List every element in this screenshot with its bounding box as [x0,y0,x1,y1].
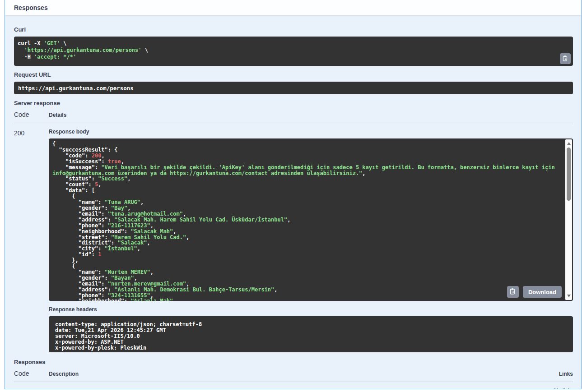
responses-table-row: 200 OK No links [14,382,573,389]
response-body-block: { "successResult": { "code": 200, "isSuc… [49,138,573,301]
server-response-row: 200 Response body { "successResult": { "… [14,123,573,359]
server-response-label: Server response [14,100,573,106]
curl-command-text: curl -X 'GET' \ 'https://api.gurkantuna.… [14,37,573,64]
response-body-actions: Download [507,286,562,298]
details-column-header: Details [49,112,573,118]
description-column-header: Description [49,371,514,377]
curl-command-block: curl -X 'GET' \ 'https://api.gurkantuna.… [14,37,573,66]
responses-section-header: Responses [5,0,581,15]
row-links: No links [514,387,573,389]
responses-table-header: Code Description Links [14,370,573,382]
response-body-scrollbar[interactable] [565,139,572,300]
clipboard-copy-icon [562,55,568,63]
responses-table-label: Responses [14,359,573,365]
copy-curl-button[interactable] [560,53,571,64]
response-headers-text: content-type: application/json; charset=… [49,316,573,352]
curl-label: Curl [14,26,573,33]
code-column-header: Code [14,370,49,377]
scrollbar-thumb[interactable] [567,148,571,201]
response-status-code: 200 [14,129,49,137]
request-url-value: https://api.gurkantuna.com/persons [18,85,134,92]
section-title: Responses [14,4,48,11]
clipboard-copy-icon [509,288,516,296]
scrollbar-down-arrow-icon[interactable] [567,295,571,297]
response-body-label: Response body [49,129,573,135]
response-headers-label: Response headers [49,306,573,313]
responses-content: Curl curl -X 'GET' \ 'https://api.gurkan… [5,15,581,389]
response-body-json: { "successResult": { "code": 200, "isSuc… [49,138,573,301]
download-button[interactable]: Download [523,286,562,298]
links-column-header: Links [514,371,573,377]
row-status-code: 200 [14,387,49,389]
row-description: OK [49,387,514,389]
copy-response-button[interactable] [507,286,519,298]
responses-panel: Responses Curl curl -X 'GET' \ 'https://… [5,0,582,389]
request-url-label: Request URL [14,71,573,78]
response-headers-block: content-type: application/json; charset=… [49,316,573,352]
code-column-header: Code [14,111,49,118]
scrollbar-up-arrow-icon[interactable] [567,142,571,145]
server-response-table-header: Code Details [14,111,573,123]
request-url-block: https://api.gurkantuna.com/persons [14,82,573,94]
